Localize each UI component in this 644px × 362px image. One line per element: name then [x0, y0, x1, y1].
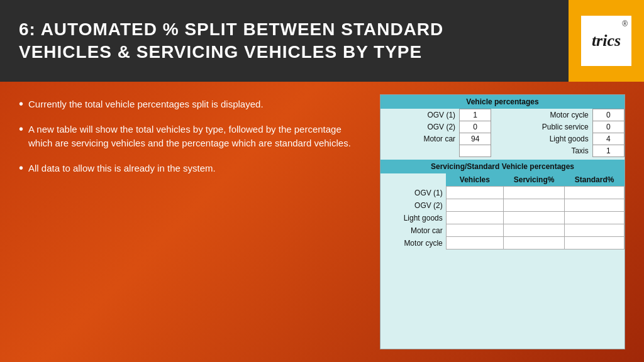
- top-right-value[interactable]: 0: [592, 121, 624, 133]
- logo-white-box: ® trics: [581, 16, 631, 66]
- bullet-text-3: All data to allow this is already in the…: [28, 162, 216, 175]
- main-content: • Currently the total vehicle percentage…: [0, 82, 644, 362]
- title-line2: VEHICLES & SERVICING VEHICLES BY TYPE: [19, 42, 422, 62]
- top-right-label: Taxis: [491, 145, 592, 157]
- top-right-label: Motor cycle: [491, 109, 592, 121]
- servicing-header: Servicing/Standard Vehicle percentages: [380, 160, 625, 173]
- top-left-label: [380, 145, 460, 157]
- top-table-row: Motor car 94 Light goods 4: [380, 133, 625, 145]
- standard-cell[interactable]: [565, 237, 625, 250]
- logo-inner: ® trics: [569, 0, 644, 82]
- table-panel: Vehicle percentages OGV (1) 1 Motor cycl…: [380, 94, 625, 349]
- bottom-table-header-row: Vehicles Servicing% Standard%: [380, 173, 625, 187]
- top-left-label: Motor car: [380, 133, 460, 145]
- bottom-table: Vehicles Servicing% Standard% OGV (1) OG…: [380, 173, 625, 250]
- bottom-table-row: Motor car: [380, 224, 625, 237]
- top-left-value[interactable]: 1: [460, 109, 491, 121]
- bottom-table-row: Motor cycle: [380, 237, 625, 250]
- top-left-label: OGV (2): [380, 121, 460, 133]
- vehicles-cell[interactable]: [446, 212, 503, 224]
- bullets-section: • Currently the total vehicle percentage…: [19, 94, 361, 349]
- top-right-label: Light goods: [491, 133, 592, 145]
- bullet-text-1: Currently the total vehicle percentages …: [28, 97, 264, 111]
- col-header-vehicles: Vehicles: [446, 173, 503, 187]
- logo-text: trics: [592, 33, 621, 49]
- logo-box: ® trics: [569, 0, 644, 82]
- bottom-row-label: Motor car: [380, 224, 446, 237]
- vp-header: Vehicle percentages: [380, 95, 625, 109]
- bullet-item-3: • All data to allow this is already in t…: [19, 162, 361, 175]
- bullet-dot-1: •: [19, 96, 23, 111]
- bottom-col-empty: [380, 173, 446, 187]
- bottom-table-row: Light goods: [380, 212, 625, 224]
- page-title: 6: AUTOMATED % SPLIT BETWEEN STANDARD VE…: [19, 18, 443, 64]
- bottom-table-row: OGV (1): [380, 187, 625, 199]
- servicing-cell[interactable]: [503, 224, 564, 237]
- standard-cell[interactable]: [565, 199, 625, 212]
- bottom-row-label: OGV (2): [380, 199, 446, 212]
- vehicles-cell[interactable]: [446, 187, 503, 199]
- standard-cell[interactable]: [565, 187, 625, 199]
- bottom-row-label: OGV (1): [380, 187, 446, 199]
- bottom-table-row: OGV (2): [380, 199, 625, 212]
- top-table-row: OGV (1) 1 Motor cycle 0: [380, 109, 625, 121]
- top-table-row: Taxis 1: [380, 145, 625, 157]
- vehicles-cell[interactable]: [446, 237, 503, 250]
- top-left-value[interactable]: 94: [460, 133, 491, 145]
- bottom-row-label: Motor cycle: [380, 237, 446, 250]
- header-bar: 6: AUTOMATED % SPLIT BETWEEN STANDARD VE…: [0, 0, 644, 82]
- servicing-cell[interactable]: [503, 199, 564, 212]
- registered-icon: ®: [622, 19, 628, 28]
- top-table-row: OGV (2) 0 Public service 0: [380, 121, 625, 133]
- servicing-cell[interactable]: [503, 212, 564, 224]
- bullet-item-1: • Currently the total vehicle percentage…: [19, 97, 361, 111]
- vehicles-cell[interactable]: [446, 224, 503, 237]
- col-header-standard: Standard%: [565, 173, 625, 187]
- col-header-servicing: Servicing%: [503, 173, 564, 187]
- bullet-dot-2: •: [19, 121, 23, 136]
- bullet-text-2: A new table will show the total vehicles…: [28, 123, 361, 150]
- top-table: OGV (1) 1 Motor cycle 0 OGV (2) 0 Public…: [380, 109, 625, 157]
- bullet-dot-3: •: [19, 160, 23, 175]
- top-right-value[interactable]: 0: [592, 109, 624, 121]
- top-right-value[interactable]: 1: [592, 145, 624, 157]
- top-right-value[interactable]: 4: [592, 133, 624, 145]
- servicing-cell[interactable]: [503, 237, 564, 250]
- bottom-row-label: Light goods: [380, 212, 446, 224]
- title-line1: 6: AUTOMATED % SPLIT BETWEEN STANDARD: [19, 19, 443, 39]
- bullet-item-2: • A new table will show the total vehicl…: [19, 123, 361, 150]
- top-left-value[interactable]: 0: [460, 121, 491, 133]
- standard-cell[interactable]: [565, 212, 625, 224]
- top-left-label: OGV (1): [380, 109, 460, 121]
- top-left-value[interactable]: [460, 145, 491, 157]
- standard-cell[interactable]: [565, 224, 625, 237]
- top-right-label: Public service: [491, 121, 592, 133]
- servicing-cell[interactable]: [503, 187, 564, 199]
- vehicles-cell[interactable]: [446, 199, 503, 212]
